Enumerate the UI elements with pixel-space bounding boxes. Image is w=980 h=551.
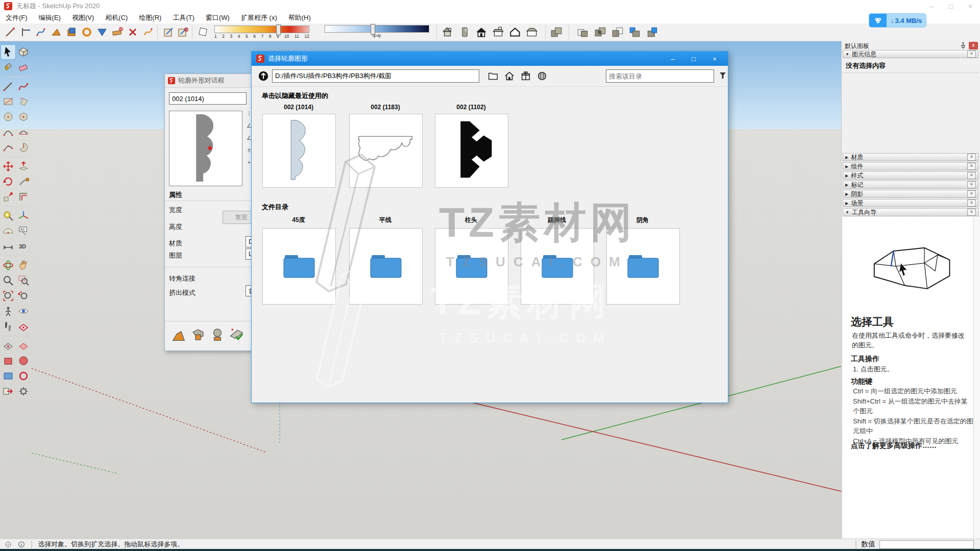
pb3-wedge-tool[interactable] bbox=[49, 25, 63, 39]
up-directory-button[interactable] bbox=[258, 70, 269, 82]
house-build-tool[interactable] bbox=[440, 25, 455, 39]
section-close-icon[interactable]: × bbox=[967, 163, 976, 170]
select-dialog-titlebar[interactable]: 选择轮廓图形 – □ × bbox=[252, 52, 728, 66]
pb3-corner-tool[interactable] bbox=[95, 25, 109, 39]
orbit-tool[interactable] bbox=[1, 258, 15, 272]
dialog-minimize-button[interactable]: – bbox=[664, 52, 681, 66]
zoom-extents-tool[interactable] bbox=[1, 289, 15, 303]
dialog-maximize-button[interactable]: □ bbox=[685, 52, 702, 66]
pb3-plank-tool[interactable] bbox=[110, 25, 125, 39]
profile-name-input[interactable] bbox=[169, 92, 247, 105]
section-tags[interactable]: ▶标记× bbox=[843, 181, 978, 189]
section-close-icon[interactable]: × bbox=[967, 51, 976, 58]
section-instructor[interactable]: ▼工具向导× bbox=[843, 208, 978, 216]
plugin-export-tool[interactable] bbox=[1, 384, 15, 398]
two-point-arc-tool[interactable] bbox=[16, 125, 31, 139]
netdisk-download-badge[interactable]: ↓3.4 MB/s bbox=[869, 13, 926, 28]
web-library-button[interactable] bbox=[536, 70, 548, 82]
profile-edit-tool[interactable] bbox=[161, 25, 176, 39]
walk-tool[interactable] bbox=[1, 319, 15, 334]
position-camera-tool[interactable] bbox=[1, 304, 15, 318]
pin-icon[interactable] bbox=[960, 42, 966, 49]
folder-card[interactable] bbox=[521, 228, 594, 305]
profile-preview[interactable] bbox=[169, 111, 242, 186]
instructor-more-link[interactable]: 点击了解更多高级操作…… bbox=[851, 441, 937, 450]
pb3-line-tool[interactable] bbox=[3, 25, 17, 39]
tape-measure-tool[interactable] bbox=[1, 209, 15, 223]
panel-close-button[interactable]: x bbox=[969, 42, 978, 49]
info-icon[interactable]: i bbox=[17, 540, 26, 548]
plugin-sphere-tool[interactable] bbox=[16, 354, 31, 368]
window-maximize-button[interactable]: □ bbox=[941, 3, 961, 10]
rectangle-tool[interactable] bbox=[1, 94, 15, 109]
section-close-icon[interactable]: × bbox=[967, 199, 976, 207]
section-close-icon[interactable]: × bbox=[967, 172, 976, 179]
protractor-tool[interactable] bbox=[1, 224, 15, 238]
section-close-icon[interactable]: × bbox=[967, 181, 976, 188]
instructor-scrollbar[interactable] bbox=[973, 217, 980, 538]
select-tool[interactable] bbox=[1, 45, 15, 59]
home-solid-tool[interactable] bbox=[474, 25, 488, 39]
section-plane-tool[interactable] bbox=[16, 319, 31, 334]
scale-tool[interactable] bbox=[1, 190, 15, 204]
pie-tool[interactable] bbox=[16, 140, 31, 155]
kebab-icon[interactable]: ⁞ bbox=[248, 111, 250, 116]
pb3-frame-tool[interactable] bbox=[64, 25, 79, 39]
menu-help[interactable]: 帮助(H) bbox=[283, 13, 316, 22]
recent-header[interactable]: 单击以隐藏最近使用的 bbox=[262, 91, 328, 101]
component-make-tool[interactable] bbox=[549, 25, 564, 39]
line-tool[interactable] bbox=[1, 79, 15, 93]
section-fill-tool[interactable] bbox=[16, 338, 31, 353]
menu-window[interactable]: 窗口(W) bbox=[200, 13, 235, 22]
folder-card[interactable] bbox=[349, 228, 423, 305]
section-components[interactable]: ▶组件× bbox=[843, 162, 978, 170]
push-pull-tool[interactable] bbox=[16, 159, 31, 173]
menu-draw[interactable]: 绘图(R) bbox=[133, 13, 167, 22]
circle-tool[interactable] bbox=[1, 110, 15, 124]
pb3-ring-tool[interactable] bbox=[80, 25, 94, 39]
home-outline-tool[interactable] bbox=[508, 25, 522, 39]
section-close-icon[interactable]: × bbox=[967, 190, 976, 197]
component-wire-right-tool[interactable] bbox=[610, 25, 625, 39]
three-d-text-tool[interactable]: 3D bbox=[16, 239, 31, 254]
recent-profile-card[interactable] bbox=[349, 114, 423, 188]
make-component-tool[interactable] bbox=[16, 45, 31, 59]
paint-bucket-tool[interactable] bbox=[1, 60, 15, 74]
date-slider-handle[interactable] bbox=[276, 24, 281, 35]
menu-tools[interactable]: 工具(T) bbox=[167, 13, 200, 22]
dimension-tool[interactable] bbox=[1, 239, 15, 254]
section-materials[interactable]: ▶材质× bbox=[843, 153, 978, 161]
shadow-toggle-tool[interactable] bbox=[196, 25, 210, 39]
recent-profile-card[interactable] bbox=[435, 114, 508, 188]
section-scenes[interactable]: ▶场景× bbox=[843, 199, 978, 207]
polygon-tool[interactable] bbox=[16, 110, 31, 124]
section-close-icon[interactable]: × bbox=[967, 209, 976, 216]
time-slider-handle[interactable] bbox=[371, 24, 375, 35]
section-close-icon[interactable]: × bbox=[967, 154, 976, 161]
three-point-arc-tool[interactable] bbox=[1, 140, 15, 155]
text-tool[interactable]: A1 bbox=[16, 224, 31, 238]
offset-tool[interactable] bbox=[16, 190, 31, 204]
column-build-tool[interactable] bbox=[457, 25, 472, 39]
folder-card[interactable] bbox=[435, 228, 508, 305]
pb3-square-tool[interactable] bbox=[18, 25, 33, 39]
eraser-tool[interactable] bbox=[16, 60, 31, 74]
pb3-curve-tool[interactable] bbox=[141, 25, 155, 39]
profile-remove-tool[interactable] bbox=[176, 25, 190, 39]
plugin-settings-tool[interactable] bbox=[16, 384, 31, 398]
zoom-window-tool[interactable] bbox=[16, 273, 31, 288]
menu-edit[interactable]: 编辑(E) bbox=[33, 13, 66, 22]
plugin-box-tool[interactable] bbox=[1, 354, 15, 368]
pb3-delete-tool[interactable] bbox=[126, 25, 140, 39]
plugin-stamp-tool[interactable] bbox=[16, 369, 31, 383]
folder-card[interactable] bbox=[262, 228, 336, 305]
roof-hip-tool[interactable] bbox=[525, 25, 539, 39]
pan-tool[interactable] bbox=[16, 258, 31, 272]
pb3-path-tool[interactable] bbox=[34, 25, 48, 39]
recent-profile-card[interactable] bbox=[262, 114, 336, 188]
previous-view-tool[interactable] bbox=[16, 289, 31, 303]
shadow-time-slider[interactable]: 中午 bbox=[325, 25, 429, 40]
rotate-tool[interactable] bbox=[1, 174, 15, 189]
component-wire-left-tool[interactable] bbox=[576, 25, 590, 39]
follow-me-tool[interactable] bbox=[16, 174, 31, 189]
